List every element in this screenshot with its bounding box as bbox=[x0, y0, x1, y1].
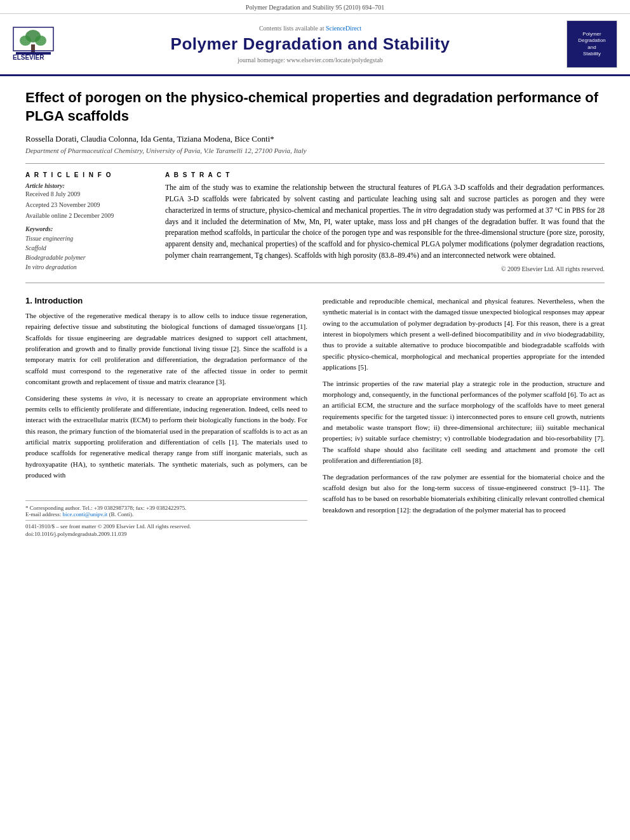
issn-line: 0141-3910/$ – see front matter © 2009 El… bbox=[25, 523, 191, 530]
introduction-title: 1. Introduction bbox=[25, 296, 307, 305]
divider-2 bbox=[25, 283, 605, 283]
right-para-3: The degradation performances of the raw … bbox=[323, 472, 605, 516]
received-date: Received 8 July 2009 bbox=[25, 190, 152, 197]
intro-para-2: Considering these systems in vivo, it is… bbox=[25, 393, 307, 481]
footer-note: * Corresponding author. Tel.: +39 038298… bbox=[25, 500, 307, 517]
sciencedirect-link[interactable]: ScienceDirect bbox=[326, 25, 361, 32]
right-para-2: The intrinsic properties of the raw mate… bbox=[323, 378, 605, 467]
accepted-date: Accepted 23 November 2009 bbox=[25, 201, 152, 208]
history-label: Article history: bbox=[25, 182, 152, 189]
body-content: 1. Introduction The objective of the reg… bbox=[25, 296, 605, 537]
section-title-text: Introduction bbox=[34, 296, 83, 305]
body-left-col: 1. Introduction The objective of the reg… bbox=[25, 296, 307, 537]
section-number: 1. bbox=[25, 296, 32, 305]
keyword-2: Scaffold bbox=[25, 243, 152, 253]
page: Polymer Degradation and Stability 95 (20… bbox=[0, 0, 630, 840]
logo-box-text: Polymer Degradation and Stability bbox=[578, 31, 606, 58]
abstract-text: The aim of the study was to examine the … bbox=[165, 182, 605, 262]
keyword-4: In vitro degradation bbox=[25, 262, 152, 272]
footer-bottom: 0141-3910/$ – see front matter © 2009 El… bbox=[25, 520, 307, 530]
abstract-column: A B S T R A C T The aim of the study was… bbox=[165, 171, 605, 272]
divider-1 bbox=[25, 163, 605, 164]
journal-homepage: journal homepage: www.elsevier.com/locat… bbox=[60, 57, 560, 63]
article-info-column: A R T I C L E I N F O Article history: R… bbox=[25, 171, 152, 272]
keywords-label: Keywords: bbox=[25, 225, 152, 232]
keyword-3: Biodegradable polymer bbox=[25, 253, 152, 262]
abstract-heading: A B S T R A C T bbox=[165, 171, 605, 178]
main-content: Effect of porogen on the physico-chemica… bbox=[0, 76, 630, 550]
email-label: E-mail address: bbox=[25, 511, 61, 517]
copyright: © 2009 Elsevier Ltd. All rights reserved… bbox=[165, 265, 605, 272]
citation-text: Polymer Degradation and Stability 95 (20… bbox=[246, 4, 384, 11]
corresponding-author: * Corresponding author. Tel.: +39 038298… bbox=[25, 505, 307, 511]
right-para-1: predictable and reproducible chemical, m… bbox=[323, 296, 605, 373]
body-two-col: 1. Introduction The objective of the reg… bbox=[25, 296, 605, 537]
elsevier-logo-area: ELSEVIER bbox=[13, 27, 54, 62]
sciencedirect-label: Contents lists available at ScienceDirec… bbox=[60, 25, 560, 32]
journal-title: Polymer Degradation and Stability bbox=[60, 34, 560, 54]
body-right-col: predictable and reproducible chemical, m… bbox=[323, 296, 605, 537]
authors: Rossella Dorati, Claudia Colonna, Ida Ge… bbox=[25, 134, 605, 144]
journal-title-area: Contents lists available at ScienceDirec… bbox=[54, 25, 566, 63]
available-date: Available online 2 December 2009 bbox=[25, 212, 152, 219]
author-names: Rossella Dorati, Claudia Colonna, Ida Ge… bbox=[25, 134, 274, 143]
doi-line: doi:10.1016/j.polymdegradstab.2009.11.03… bbox=[25, 531, 307, 537]
affiliation: Department of Pharmaceutical Chemistry, … bbox=[25, 147, 605, 154]
keyword-1: Tissue engineering bbox=[25, 234, 152, 243]
journal-header: ELSEVIER Contents lists available at Sci… bbox=[0, 14, 630, 76]
email-line: E-mail address: bice.conti@unipv.it (B. … bbox=[25, 511, 307, 517]
svg-text:ELSEVIER: ELSEVIER bbox=[13, 54, 44, 61]
svg-point-3 bbox=[20, 36, 31, 46]
elsevier-logo-icon: ELSEVIER bbox=[13, 27, 54, 62]
email-address[interactable]: bice.conti@unipv.it bbox=[62, 511, 107, 517]
article-title: Effect of porogen on the physico-chemica… bbox=[25, 89, 605, 125]
article-info-heading: A R T I C L E I N F O bbox=[25, 171, 152, 178]
email-suffix: (B. Conti). bbox=[109, 511, 133, 517]
keywords-section: Keywords: Tissue engineering Scaffold Bi… bbox=[25, 225, 152, 272]
journal-citation-bar: Polymer Degradation and Stability 95 (20… bbox=[0, 0, 630, 14]
article-info-abstract-section: A R T I C L E I N F O Article history: R… bbox=[25, 171, 605, 272]
journal-logo-box: Polymer Degradation and Stability bbox=[566, 20, 617, 68]
svg-point-4 bbox=[35, 36, 46, 46]
intro-para-1: The objective of the regenerative medica… bbox=[25, 310, 307, 388]
